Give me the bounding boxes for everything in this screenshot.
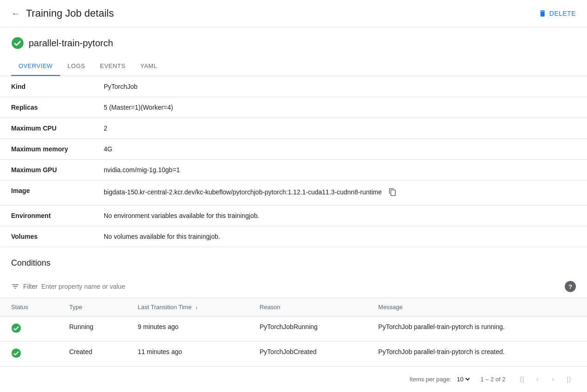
detail-value-image: bigdata-150.kr-central-2.kcr.dev/kc-kube… (93, 180, 587, 205)
detail-value-kind: PyTorchJob (93, 76, 587, 97)
detail-key-memory: Maximum memory (0, 139, 93, 160)
svg-point-2 (12, 348, 21, 358)
job-status-icon (11, 37, 24, 50)
details-table: Kind PyTorchJob Replicas 5 (Master=1)(Wo… (0, 76, 587, 247)
row1-type: Running (58, 317, 126, 342)
conditions-title: Conditions (11, 258, 576, 268)
help-button[interactable]: ? (565, 281, 576, 292)
prev-page-button[interactable]: ‹ (531, 372, 544, 386)
copy-image-button[interactable] (387, 187, 398, 199)
items-per-page-control: Items per page: 5 10 20 50 (409, 375, 471, 383)
tab-logs[interactable]: LOGS (60, 57, 93, 76)
detail-row-memory: Maximum memory 4G (0, 139, 587, 160)
first-page-button[interactable]: ⟨| (515, 372, 529, 386)
detail-value-volumes: No volumes available for this trainingjo… (93, 226, 587, 247)
sort-arrow-icon: ↓ (195, 304, 198, 311)
pagination-bar: Items per page: 5 10 20 50 1 – 2 of 2 ⟨|… (0, 367, 587, 392)
detail-key-kind: Kind (0, 76, 93, 97)
detail-row-gpu: Maximum GPU nvidia.com/mig-1g.10gb=1 (0, 160, 587, 180)
job-name: parallel-train-pytorch (29, 38, 113, 49)
col-last-transition-time[interactable]: Last Transition Time ↓ (127, 298, 249, 317)
detail-row-volumes: Volumes No volumes available for this tr… (0, 226, 587, 247)
delete-icon (538, 9, 547, 18)
page-title: Training Job details (26, 7, 114, 19)
image-value-text: bigdata-150.kr-central-2.kcr.dev/kc-kube… (104, 188, 382, 196)
filter-input[interactable] (41, 283, 561, 290)
row2-reason: PyTorchJobCreated (249, 342, 367, 367)
per-page-select[interactable]: 5 10 20 50 (455, 375, 471, 383)
col-reason: Reason (249, 298, 367, 317)
back-arrow-icon: ← (11, 8, 20, 19)
last-page-button[interactable]: |⟩ (562, 372, 576, 386)
tab-overview[interactable]: OVERVIEW (11, 57, 60, 76)
job-header: parallel-train-pytorch (0, 27, 587, 53)
detail-value-environment: No environment variables available for t… (93, 205, 587, 226)
row2-status-icon (11, 348, 21, 358)
detail-key-image: Image (0, 180, 93, 205)
filter-bar: Filter ? (0, 275, 587, 298)
row2-status (0, 342, 58, 367)
detail-key-replicas: Replicas (0, 97, 93, 118)
conditions-section: Conditions (0, 247, 587, 268)
detail-key-volumes: Volumes (0, 226, 93, 247)
detail-value-gpu: nvidia.com/mig-1g.10gb=1 (93, 160, 587, 180)
row1-status (0, 317, 58, 342)
back-button[interactable]: ← (11, 8, 20, 19)
filter-icon (11, 282, 19, 291)
table-header-row: Status Type Last Transition Time ↓ Reaso… (0, 298, 587, 317)
detail-row-replicas: Replicas 5 (Master=1)(Worker=4) (0, 97, 587, 118)
row2-type: Created (58, 342, 126, 367)
detail-key-cpu: Maximum CPU (0, 118, 93, 139)
row2-message: PyTorchJob parallel-train-pytorch is cre… (367, 342, 587, 367)
delete-label: DELETE (550, 10, 576, 17)
detail-row-image: Image bigdata-150.kr-central-2.kcr.dev/k… (0, 180, 587, 205)
detail-row-cpu: Maximum CPU 2 (0, 118, 587, 139)
tabs-bar: OVERVIEW LOGS EVENTS YAML (0, 57, 587, 76)
detail-value-replicas: 5 (Master=1)(Worker=4) (93, 97, 587, 118)
detail-row-environment: Environment No environment variables ava… (0, 205, 587, 226)
col-message: Message (367, 298, 587, 317)
tab-events[interactable]: EVENTS (93, 57, 133, 76)
svg-point-0 (12, 37, 24, 49)
svg-point-1 (12, 324, 21, 333)
row2-time: 11 minutes ago (127, 342, 249, 367)
table-row: Running 9 minutes ago PyTorchJobRunning … (0, 317, 587, 342)
table-row: Created 11 minutes ago PyTorchJobCreated… (0, 342, 587, 367)
row1-reason: PyTorchJobRunning (249, 317, 367, 342)
conditions-table: Status Type Last Transition Time ↓ Reaso… (0, 298, 587, 367)
delete-button[interactable]: DELETE (538, 9, 576, 18)
nav-buttons: ⟨| ‹ › |⟩ (515, 372, 576, 386)
tab-yaml[interactable]: YAML (133, 57, 164, 76)
filter-label: Filter (23, 283, 37, 290)
page-header: ← Training Job details DELETE (0, 0, 587, 27)
page-range: 1 – 2 of 2 (481, 376, 506, 383)
header-left: ← Training Job details (11, 7, 114, 19)
items-per-page-label: Items per page: (409, 376, 451, 383)
col-type: Type (58, 298, 126, 317)
row1-time: 9 minutes ago (127, 317, 249, 342)
row1-message: PyTorchJob parallel-train-pytorch is run… (367, 317, 587, 342)
copy-icon (388, 188, 397, 196)
detail-key-gpu: Maximum GPU (0, 160, 93, 180)
col-status: Status (0, 298, 58, 317)
row1-status-icon (11, 323, 21, 333)
detail-value-cpu: 2 (93, 118, 587, 139)
detail-key-environment: Environment (0, 205, 93, 226)
detail-value-memory: 4G (93, 139, 587, 160)
detail-row-kind: Kind PyTorchJob (0, 76, 587, 97)
next-page-button[interactable]: › (546, 372, 560, 386)
